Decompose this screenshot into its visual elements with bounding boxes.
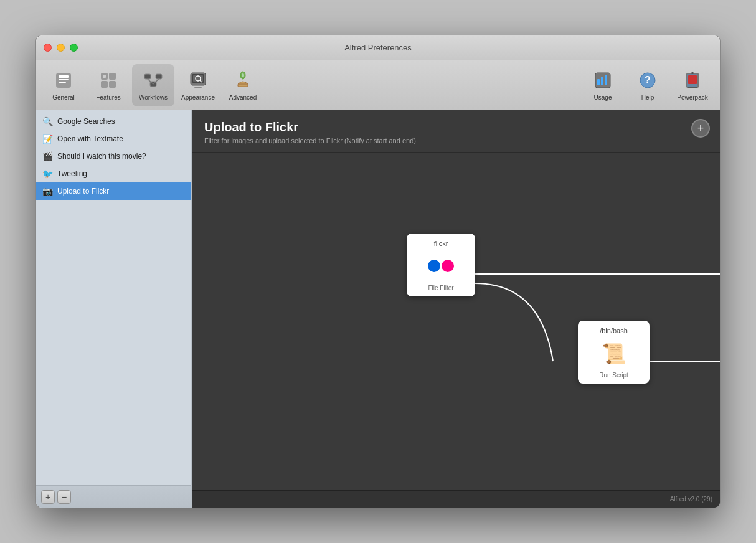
main-window: Alfred Preferences General	[35, 35, 721, 508]
sidebar-item-tweeting-label: Tweeting	[57, 169, 87, 178]
flickr-pink-dot	[442, 260, 454, 272]
sidebar-item-google-searches-label: Google Searches	[57, 117, 115, 126]
file-filter-icon	[425, 251, 456, 282]
features-icon	[97, 69, 120, 92]
usage-icon	[592, 69, 614, 92]
toolbar-item-usage[interactable]: Usage	[582, 64, 624, 106]
sidebar-item-should-i-watch[interactable]: 🎬 Should I watch this movie?	[36, 148, 191, 165]
version-bar: Alfred v2.0 (29)	[192, 490, 720, 508]
svg-rect-7	[109, 81, 116, 88]
toolbar-item-advanced[interactable]: Advanced	[222, 64, 264, 106]
workflows-label: Workflows	[139, 94, 168, 101]
sidebar-item-open-with-textmate[interactable]: 📝 Open with Textmate	[36, 130, 191, 148]
sidebar-bottom: + −	[36, 485, 191, 508]
canvas-header: Upload to Flickr Filter for images and u…	[192, 110, 720, 153]
svg-rect-3	[59, 82, 66, 83]
toolbar-item-workflows[interactable]: Workflows	[132, 64, 174, 106]
svg-rect-9	[144, 74, 151, 79]
toolbar-item-powerpack[interactable]: Powerpack	[671, 64, 714, 106]
powerpack-label: Powerpack	[677, 94, 707, 101]
svg-rect-2	[59, 79, 69, 80]
general-label: General	[52, 94, 75, 101]
general-icon	[52, 69, 75, 92]
svg-rect-8	[103, 75, 106, 78]
file-filter-node[interactable]: flickr File Filter	[407, 234, 475, 296]
canvas-area: Upload to Flickr Filter for images and u…	[192, 110, 720, 508]
open-textmate-icon: 📝	[42, 134, 52, 144]
svg-rect-29	[605, 75, 607, 85]
upload-flickr-icon: 📷	[42, 186, 52, 196]
version-text: Alfred v2.0 (29)	[670, 496, 712, 503]
svg-rect-38	[688, 75, 697, 84]
google-searches-icon: 🔍	[42, 116, 52, 126]
canvas-body: flickr File Filter Upload started	[192, 153, 720, 490]
svg-rect-34	[689, 87, 696, 88]
sidebar-item-google-searches[interactable]: 🔍 Google Searches	[36, 113, 191, 130]
remove-workflow-button[interactable]: −	[57, 490, 71, 504]
toolbar-item-features[interactable]: Features	[87, 64, 130, 106]
file-filter-title: flickr	[434, 240, 448, 247]
svg-rect-27	[597, 79, 600, 85]
svg-rect-10	[156, 74, 162, 79]
window-title: Alfred Preferences	[344, 43, 412, 52]
maximize-button[interactable]	[70, 44, 78, 52]
toolbar-item-help[interactable]: ? Help	[626, 64, 669, 106]
toolbar-left: General Features	[42, 64, 264, 106]
tweeting-icon: 🐦	[42, 169, 52, 179]
minimize-button[interactable]	[57, 44, 65, 52]
sidebar-item-upload-flickr-label: Upload to Flickr	[57, 187, 109, 196]
advanced-label: Advanced	[229, 94, 257, 101]
svg-rect-25	[238, 84, 248, 87]
svg-point-24	[242, 73, 244, 77]
svg-text:?: ?	[645, 75, 651, 85]
canvas-title: Upload to Flickr	[204, 120, 707, 135]
powerpack-icon	[681, 69, 704, 92]
titlebar: Alfred Preferences	[36, 35, 720, 60]
appearance-icon	[187, 69, 209, 92]
svg-rect-20	[194, 87, 202, 88]
should-i-watch-icon: 🎬	[42, 151, 52, 161]
toolbar-right: Usage ? Help	[582, 64, 714, 106]
appearance-label: Appearance	[181, 94, 215, 101]
help-label: Help	[641, 94, 654, 101]
run-script-icon: 📜	[598, 338, 630, 369]
svg-rect-1	[59, 75, 69, 78]
canvas-subtitle: Filter for images and upload selected to…	[204, 137, 707, 144]
add-node-button[interactable]: +	[691, 119, 710, 138]
add-workflow-button[interactable]: +	[41, 490, 55, 504]
advanced-icon	[232, 69, 254, 92]
main-content: 🔍 Google Searches 📝 Open with Textmate 🎬…	[36, 110, 720, 508]
run-script-title: /bin/bash	[600, 327, 628, 334]
sidebar-item-tweeting[interactable]: 🐦 Tweeting	[36, 165, 191, 182]
sidebar-item-open-textmate-label: Open with Textmate	[57, 135, 123, 143]
workflows-icon	[142, 69, 164, 92]
titlebar-buttons	[44, 44, 78, 52]
file-filter-label: File Filter	[428, 285, 453, 291]
toolbar: General Features	[36, 60, 720, 110]
usage-label: Usage	[594, 94, 612, 101]
toolbar-item-general[interactable]: General	[42, 64, 85, 106]
sidebar: 🔍 Google Searches 📝 Open with Textmate 🎬…	[36, 110, 192, 508]
svg-rect-6	[101, 81, 108, 88]
sidebar-list: 🔍 Google Searches 📝 Open with Textmate 🎬…	[36, 110, 191, 485]
toolbar-item-appearance[interactable]: Appearance	[177, 64, 219, 106]
sidebar-item-should-i-watch-label: Should I watch this movie?	[57, 152, 146, 161]
sidebar-item-upload-to-flickr[interactable]: 📷 Upload to Flickr	[36, 182, 191, 200]
close-button[interactable]	[44, 44, 52, 52]
run-script-label: Run Script	[599, 372, 628, 379]
features-label: Features	[96, 94, 120, 101]
run-script-node[interactable]: /bin/bash 📜 Run Script	[578, 321, 650, 384]
svg-rect-28	[601, 77, 603, 85]
flickr-blue-dot	[428, 260, 440, 272]
svg-rect-5	[109, 73, 116, 80]
help-icon: ?	[636, 69, 659, 92]
